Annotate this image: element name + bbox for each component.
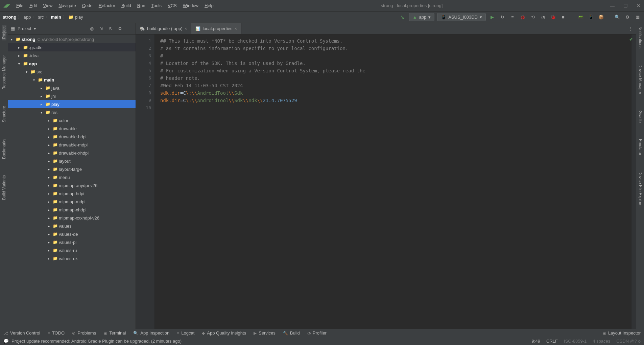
tree-item-mipmap-xxxhdpi-v26[interactable]: ▸📁mipmap-xxxhdpi-v26	[8, 214, 136, 222]
breadcrumb-item[interactable]: app	[23, 15, 31, 20]
minimize-button[interactable]: —	[610, 3, 615, 8]
event-log-icon[interactable]: 💬	[3, 339, 9, 344]
expand-all-icon[interactable]: ⇲	[98, 26, 104, 31]
target-icon[interactable]: ◎	[88, 26, 95, 31]
resource-manager-icon[interactable]: 📦	[597, 14, 605, 21]
menu-refactor[interactable]: Refactor	[99, 3, 115, 8]
overflow-icon[interactable]: ▦	[634, 14, 641, 21]
tree-item-mipmap-anydpi-v26[interactable]: ▸📁mipmap-anydpi-v26	[8, 181, 136, 189]
right-rail-device-manager[interactable]: Device Manager	[638, 63, 643, 95]
menu-window[interactable]: Window	[183, 3, 198, 8]
bottom-problems[interactable]: ⊘Problems	[72, 330, 96, 336]
bottom-logcat[interactable]: ≡Logcat	[177, 330, 194, 336]
stop-button[interactable]: ■	[559, 14, 567, 21]
tree-item-drawable[interactable]: ▸📁drawable	[8, 124, 136, 133]
menu-build[interactable]: Build	[121, 3, 131, 8]
bottom-version-control[interactable]: ⎇Version Control	[3, 330, 40, 336]
indent-setting[interactable]: 4 spaces	[593, 339, 610, 344]
tree-item-src[interactable]: ▾📁src	[8, 68, 136, 76]
coverage-button[interactable]: ⟲	[529, 14, 536, 21]
sdk-manager-icon[interactable]: 📱	[587, 14, 595, 21]
apply-changes-icon[interactable]: ≡	[509, 14, 516, 21]
cursor-position[interactable]: 9:49	[532, 339, 540, 344]
tree-item-menu[interactable]: ▸📁menu	[8, 173, 136, 181]
right-rail-emulator[interactable]: Emulator	[638, 138, 643, 157]
menu-tools[interactable]: Tools	[151, 3, 162, 8]
editor-tab[interactable]: 📊local.properties×	[191, 23, 241, 34]
chevron-down-icon[interactable]: ▾	[34, 26, 36, 31]
left-rail-build-variants[interactable]: Build Variants	[2, 174, 6, 201]
menu-file[interactable]: File	[16, 3, 23, 8]
menu-vcs[interactable]: VCS	[168, 3, 177, 8]
close-tab-icon[interactable]: ×	[185, 26, 187, 31]
right-rail-gradle[interactable]: Gradle	[638, 109, 643, 124]
tree-item-app[interactable]: ▾📁app	[8, 60, 136, 68]
tree-item-mipmap-mdpi[interactable]: ▸📁mipmap-mdpi	[8, 198, 136, 206]
bottom-terminal[interactable]: ▣Terminal	[103, 330, 126, 336]
menu-navigate[interactable]: Navigate	[58, 3, 76, 8]
tabs-more-icon[interactable]: ⋮	[628, 26, 633, 31]
editor-tab[interactable]: 🐘build.gradle (:app)×	[136, 23, 191, 34]
tree-item-layout[interactable]: ▸📁layout	[8, 157, 136, 165]
file-encoding[interactable]: ISO-8859-1	[564, 339, 587, 344]
maximize-button[interactable]: ☐	[623, 3, 628, 8]
left-rail-project[interactable]: Project	[2, 25, 6, 40]
left-rail-resource-manager[interactable]: Resource Manager	[2, 54, 6, 91]
tree-item-drawable-xhdpi[interactable]: ▸📁drawable-xhdpi	[8, 149, 136, 157]
tree-item-res[interactable]: ▾📁res	[8, 108, 136, 116]
rerun-button[interactable]: ↻	[499, 14, 506, 21]
project-view-label[interactable]: Project	[18, 26, 31, 31]
tree-item-java[interactable]: ▸📁java	[8, 84, 136, 92]
avd-manager-icon[interactable]: 📟	[577, 14, 585, 21]
tree-item-drawable-hdpi[interactable]: ▸📁drawable-hdpi	[8, 133, 136, 141]
collapse-all-icon[interactable]: ⇱	[107, 26, 114, 31]
profile-button[interactable]: ◔	[539, 14, 547, 21]
close-button[interactable]: ✕	[637, 3, 641, 8]
breadcrumb-item[interactable]: main	[51, 15, 61, 20]
right-rail-device-file-explorer[interactable]: Device File Explorer	[638, 170, 643, 209]
code-content[interactable]: ## This file must *NOT* be checked into …	[155, 34, 631, 329]
tree-item-play[interactable]: ▸📁play	[8, 100, 136, 108]
tree-item-values-uk[interactable]: ▸📁values-uk	[8, 254, 136, 262]
tree-item-jni[interactable]: ▸📁jni	[8, 92, 136, 100]
device-selector[interactable]: 📱 ASUS_I003DD ▾	[437, 13, 486, 21]
tree-item-drawable-mdpi[interactable]: ▸📁drawable-mdpi	[8, 141, 136, 149]
tree-item-values-ru[interactable]: ▸📁values-ru	[8, 246, 136, 254]
tree-item-mipmap-xhdpi[interactable]: ▸📁mipmap-xhdpi	[8, 206, 136, 214]
tree-item-.idea[interactable]: ▸📁.idea	[8, 51, 136, 60]
tree-item-layout-large[interactable]: ▸📁layout-large	[8, 165, 136, 173]
tree-item-color[interactable]: ▸📁color	[8, 116, 136, 124]
settings-icon[interactable]: ⚙	[117, 26, 123, 31]
run-config-selector[interactable]: ▲ app ▾	[409, 13, 435, 21]
bottom-app-quality-insights[interactable]: ◆App Quality Insights	[202, 330, 246, 336]
tree-item-.gradle[interactable]: ▸📁.gradle	[8, 43, 136, 51]
run-button[interactable]: ▶	[488, 14, 496, 21]
debug-button[interactable]: 🐞	[519, 14, 526, 21]
menu-run[interactable]: Run	[137, 3, 145, 8]
menu-code[interactable]: Code	[82, 3, 93, 8]
bottom-services[interactable]: ▶Services	[254, 330, 276, 336]
bottom-profiler[interactable]: ◔Profiler	[307, 330, 327, 336]
breadcrumb-item[interactable]: src	[38, 15, 44, 20]
status-message[interactable]: Project update recommended: Android Grad…	[11, 339, 182, 344]
inspection-stripe[interactable]	[631, 34, 636, 329]
tree-item-values-de[interactable]: ▸📁values-de	[8, 230, 136, 238]
close-tab-icon[interactable]: ×	[235, 26, 237, 31]
sync-gradle-icon[interactable]: ↘	[399, 14, 406, 21]
search-icon[interactable]: 🔍	[614, 14, 621, 21]
tree-item-mipmap-hdpi[interactable]: ▸📁mipmap-hdpi	[8, 189, 136, 198]
menu-help[interactable]: Help	[205, 3, 214, 8]
tree-item-values[interactable]: ▸📁values	[8, 222, 136, 230]
menu-view[interactable]: View	[43, 3, 52, 8]
left-rail-bookmarks[interactable]: Bookmarks	[2, 137, 6, 160]
hide-panel-icon[interactable]: —	[126, 26, 133, 31]
left-rail-structure[interactable]: Structure	[2, 105, 6, 124]
breadcrumb-item[interactable]: strong	[3, 15, 16, 20]
line-separator[interactable]: CRLF	[546, 339, 558, 344]
tree-item-values-pl[interactable]: ▸📁values-pl	[8, 238, 136, 246]
attach-debugger-button[interactable]: 🐞	[549, 14, 557, 21]
right-rail-notifications[interactable]: Notifications	[638, 25, 643, 50]
bottom-build[interactable]: 🔨Build	[283, 330, 300, 336]
tree-item-main[interactable]: ▾📁main	[8, 76, 136, 84]
settings-icon[interactable]: ⚙	[624, 14, 631, 21]
